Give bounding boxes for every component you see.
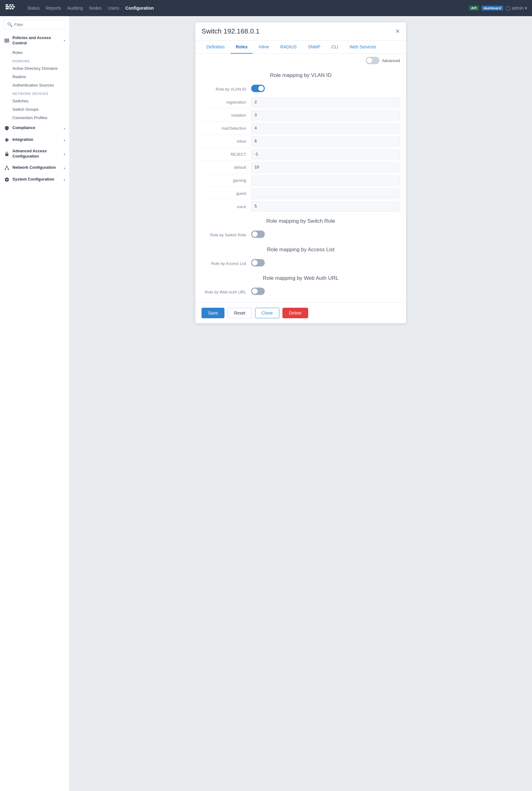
delete-button[interactable]: Delete (282, 308, 308, 318)
role-by-vlan-toggle[interactable] (251, 85, 265, 92)
modal-close-button[interactable]: ✕ (395, 29, 400, 34)
logo[interactable] (5, 3, 17, 13)
filter-input[interactable] (14, 22, 62, 27)
gear-icon (4, 177, 10, 183)
sidebar-item-active-directory[interactable]: Active Directory Domains (0, 64, 69, 73)
nav-auditing[interactable]: Auditing (67, 5, 83, 11)
save-button[interactable]: Save (202, 308, 225, 318)
sidebar-section-advanced-access-header[interactable]: Advanced Access Configuration ▴ (0, 146, 69, 162)
macdetection-label: macDetection (202, 126, 251, 131)
advanced-label: Advanced (382, 58, 400, 63)
role-by-switch-role-toggle[interactable] (251, 231, 265, 238)
tab-radius[interactable]: RADIUS (275, 41, 302, 54)
sidebar-item-connection-profiles[interactable]: Connection Profiles (0, 113, 69, 122)
role-by-web-auth-label: Role by Web Auth URL (202, 290, 251, 294)
svg-point-13 (6, 166, 7, 167)
sidebar-item-realms[interactable]: Realms (0, 73, 69, 81)
puzzle-icon (4, 137, 10, 143)
switch-role-section-heading: Role mapping by Switch Role (195, 213, 406, 227)
network-icon (4, 165, 10, 171)
sidebar-section-network-config-header[interactable]: Network Configuration ▴ (0, 162, 69, 173)
reject-label: REJECT (202, 152, 251, 157)
tab-inline[interactable]: Inline (254, 41, 274, 54)
role-by-access-list-toggle[interactable] (251, 259, 265, 266)
role-by-access-list-row: Role by Access List ✕ (202, 255, 400, 270)
reset-button[interactable]: Reset (228, 308, 252, 318)
sidebar-item-roles[interactable]: Roles (0, 49, 69, 57)
reject-value[interactable]: -1 (251, 149, 400, 160)
system-config-label: System Configuration (13, 177, 61, 182)
form-row-voice: voice 5 (202, 200, 400, 213)
sidebar-section-compliance: Compliance ▴ (0, 123, 69, 134)
svg-rect-8 (12, 8, 14, 9)
svg-line-17 (7, 167, 8, 169)
sidebar-item-switches[interactable]: Switches (0, 97, 69, 105)
svg-rect-5 (9, 8, 11, 9)
sidebar-item-switch-groups[interactable]: Switch Groups (0, 105, 69, 113)
tab-cli[interactable]: CLI (326, 41, 343, 54)
tab-roles[interactable]: Roles (231, 41, 252, 54)
system-config-chevron: ▴ (63, 178, 65, 182)
tab-bar: Definition Roles Inline RADIUS SNMP CLI … (195, 41, 406, 54)
vlan-section-heading: Role mapping by VLAN ID (195, 67, 406, 81)
search-icon: 🔍 (7, 22, 13, 27)
shield-icon (4, 125, 10, 131)
modal-title: Switch 192.168.0.1 (202, 27, 260, 35)
tab-definition[interactable]: Definition (202, 41, 229, 54)
nav-status[interactable]: Status (27, 5, 40, 11)
clone-button[interactable]: Clone (255, 308, 280, 318)
sidebar-section-network-config: Network Configuration ▴ (0, 162, 69, 173)
access-list-form-section: Role by Access List ✕ (195, 255, 406, 270)
nav-configuration[interactable]: Configuration (125, 5, 154, 11)
tab-web-services[interactable]: Web Services (344, 41, 381, 54)
form-row-macdetection: macDetection 4 (202, 122, 400, 135)
network-config-chevron: ▴ (63, 166, 65, 170)
main-content: Switch 192.168.0.1 ✕ Definition Roles In… (70, 16, 532, 791)
user-menu[interactable]: ◯ admin ▾ (506, 5, 527, 11)
nav-nodes[interactable]: Nodes (89, 5, 101, 11)
form-row-registration: registration 2 (202, 96, 400, 109)
domains-group-label: Domains (0, 57, 69, 64)
modal-header: Switch 192.168.0.1 ✕ (195, 22, 406, 41)
svg-rect-4 (11, 6, 13, 7)
advanced-access-chevron: ▴ (63, 152, 65, 156)
role-by-vlan-row: Role by VLAN ID ✓ (202, 81, 400, 96)
form-row-gaming: gaming (202, 174, 400, 187)
inline-value[interactable]: 6 (251, 136, 400, 146)
access-list-section-heading: Role mapping by Access List (195, 242, 406, 255)
default-value[interactable]: 10 (251, 163, 400, 172)
voice-value[interactable]: 5 (251, 202, 400, 211)
lock-icon (4, 151, 10, 157)
role-by-web-auth-row: Role by Web Auth URL ✕ (202, 284, 400, 299)
sidebar-section-system-config-header[interactable]: System Configuration ▴ (0, 174, 69, 185)
advanced-toggle[interactable] (366, 57, 379, 64)
registration-value[interactable]: 2 (251, 97, 400, 107)
sidebar-section-policies: Policies and Access Control ▾ Roles Doma… (0, 33, 69, 122)
policies-chevron: ▾ (63, 38, 65, 43)
web-auth-toggle-container: ✕ (251, 288, 265, 296)
nav-users[interactable]: Users (108, 5, 119, 11)
form-row-reject: REJECT -1 (202, 148, 400, 161)
sidebar-section-policies-header[interactable]: Policies and Access Control ▾ (0, 33, 69, 49)
isolation-value[interactable]: 3 (251, 110, 400, 121)
svg-rect-10 (4, 40, 9, 41)
topnav-right: API dashboard ◯ admin ▾ (469, 5, 527, 11)
svg-point-14 (5, 169, 6, 170)
macdetection-value[interactable]: 4 (251, 124, 400, 133)
tab-snmp[interactable]: SNMP (303, 41, 325, 54)
sidebar-section-compliance-header[interactable]: Compliance ▴ (0, 123, 69, 134)
user-chevron-icon: ▾ (525, 5, 527, 11)
gaming-value[interactable] (251, 176, 400, 185)
guest-value[interactable] (251, 189, 400, 199)
role-by-web-auth-toggle[interactable] (251, 288, 265, 295)
sidebar-section-integration-header[interactable]: Integration ▴ (0, 134, 69, 146)
svg-point-15 (8, 169, 9, 170)
nav-reports[interactable]: Reports (46, 5, 61, 11)
sidebar-section-advanced-access: Advanced Access Configuration ▴ (0, 146, 69, 162)
policies-items: Roles Domains Active Directory Domains R… (0, 49, 69, 122)
svg-rect-6 (12, 4, 14, 5)
dashboard-badge[interactable]: dashboard (481, 5, 503, 11)
sidebar-filter[interactable]: 🔍 (4, 20, 65, 29)
sidebar-item-auth-sources[interactable]: Authentication Sources (0, 81, 69, 89)
api-badge[interactable]: API (469, 5, 479, 11)
